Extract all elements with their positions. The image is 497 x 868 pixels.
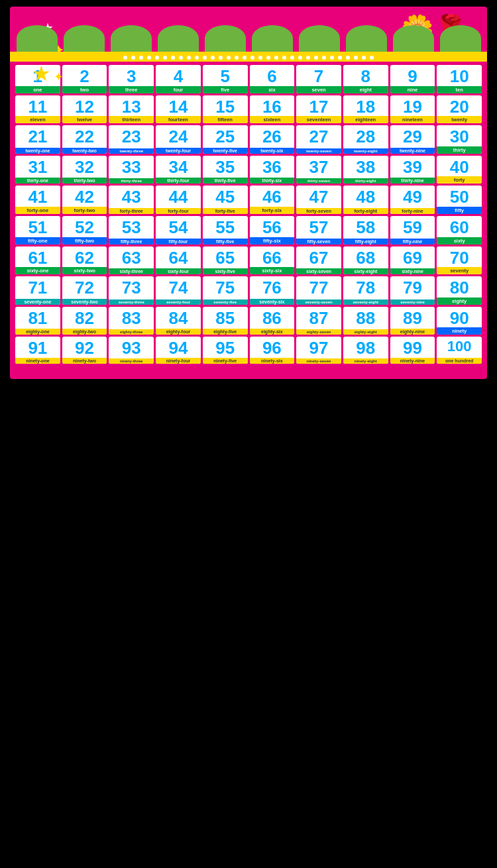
word-62: sixty-two — [62, 267, 107, 274]
cell-21: 21twenty-one — [15, 125, 60, 154]
number-53: 53 — [122, 218, 141, 237]
cell-11: 11eleven — [15, 95, 60, 124]
word-81: eighty-one — [15, 329, 60, 335]
cell-87: 87eighty-seven — [296, 307, 341, 335]
word-14: fourteen — [156, 116, 201, 123]
cell-59: 59fifty-nine — [390, 216, 435, 244]
grid-row-9: 81eighty-one82eighty-two83eighty-three84… — [15, 307, 482, 335]
cell-45: 45forty-five — [203, 186, 248, 214]
number-75: 75 — [215, 278, 235, 298]
word-34: thirty-four — [156, 178, 201, 184]
word-5: five — [203, 86, 248, 93]
cell-40: 40forty — [437, 156, 482, 184]
word-92: ninety-two — [62, 358, 107, 364]
number-98: 98 — [356, 339, 375, 358]
word-76: seventy-six — [250, 299, 295, 305]
number-85: 85 — [215, 309, 235, 328]
word-33: thirty-three — [109, 178, 154, 184]
word-94: ninety-four — [156, 358, 201, 364]
number-69: 69 — [403, 248, 422, 268]
word-25: twenty-five — [203, 148, 248, 154]
cell-70: 70seventy — [437, 246, 482, 275]
word-6: six — [250, 86, 295, 93]
number-57: 57 — [309, 218, 329, 237]
grid-row-8: 71seventy-one72seventy-two73seventy-thre… — [15, 276, 482, 305]
word-73: seventy-three — [109, 299, 154, 305]
number-94: 94 — [169, 339, 188, 358]
number-28: 28 — [356, 127, 375, 146]
cell-24: 24twenty-four — [156, 125, 201, 154]
cell-92: 92ninety-two — [62, 337, 107, 364]
number-38: 38 — [356, 158, 375, 177]
star-gold-big2-icon: ★ — [32, 61, 51, 86]
cell-3: 3three — [109, 65, 154, 93]
cell-4: 4four — [156, 65, 201, 93]
number-25: 25 — [215, 127, 235, 146]
word-90: ninety — [437, 327, 482, 335]
word-56: fifty-six — [250, 237, 295, 244]
number-71: 71 — [28, 278, 47, 298]
word-27: twenty-seven — [296, 148, 341, 154]
number-82: 82 — [75, 309, 94, 328]
number-18: 18 — [356, 97, 375, 117]
number-9: 9 — [408, 67, 417, 86]
number-73: 73 — [122, 278, 141, 298]
page-outer: ★ ★ ✦ ★ ✦ 🌼🌹 — [0, 0, 497, 868]
cell-44: 44forty-four — [156, 186, 201, 214]
number-16: 16 — [262, 97, 282, 117]
cell-23: 23twenty-three — [109, 125, 154, 154]
grid-row-7: 61sixty-one62sixty-two63sixty-three64six… — [15, 246, 482, 275]
cell-13: 13thirteen — [109, 95, 154, 124]
word-28: twenty-eight — [343, 148, 388, 154]
word-18: eighteen — [343, 116, 388, 123]
crown-dots — [123, 56, 374, 60]
cell-73: 73seventy-three — [109, 276, 154, 305]
cell-57: 57fifty-seven — [296, 216, 341, 244]
word-11: eleven — [15, 116, 60, 123]
number-10: 10 — [450, 67, 469, 86]
word-26: twenty-six — [250, 148, 295, 154]
number-86: 86 — [262, 309, 282, 328]
number-68: 68 — [356, 248, 375, 268]
number-11: 11 — [28, 97, 47, 117]
word-45: forty-five — [203, 208, 248, 214]
word-95: ninety-five — [203, 358, 248, 364]
number-4: 4 — [174, 67, 183, 86]
word-55: fifty-five — [203, 239, 248, 244]
word-91: ninety-one — [15, 358, 60, 364]
cell-8: 8eight — [343, 65, 388, 93]
number-63: 63 — [122, 248, 141, 268]
number-80: 80 — [450, 278, 469, 298]
word-24: twenty-four — [156, 148, 201, 154]
cell-36: 36thirty-six — [250, 156, 295, 184]
word-59: fifty-nine — [390, 239, 435, 244]
number-grid: 1one2two3three4four5five6six7seven8eight… — [10, 62, 487, 369]
grid-row-10: 91ninety-one92ninety-two93ninety-three94… — [15, 337, 482, 364]
number-29: 29 — [403, 127, 422, 146]
cell-75: 75seventy-five — [203, 276, 248, 305]
cell-94: 94ninety-four — [156, 337, 201, 364]
number-7: 7 — [314, 67, 323, 86]
cell-60: 60sixty — [437, 216, 482, 244]
word-46: forty-six — [250, 207, 295, 214]
cell-47: 47forty-seven — [296, 186, 341, 214]
bump-4 — [158, 25, 199, 52]
number-15: 15 — [215, 97, 235, 117]
number-47: 47 — [309, 188, 329, 207]
word-43: forty-three — [109, 208, 154, 214]
word-20: twenty — [437, 116, 482, 123]
word-29: twenty-nine — [390, 148, 435, 154]
cell-39: 39thirty-nine — [390, 156, 435, 184]
cell-9: 9nine — [390, 65, 435, 93]
word-82: eighty-two — [62, 329, 107, 335]
word-96: ninety-six — [250, 358, 295, 364]
cell-62: 62sixty-two — [62, 246, 107, 275]
word-8: eight — [343, 86, 388, 93]
cell-84: 84eighty-four — [156, 307, 201, 335]
word-68: sixty-eight — [343, 268, 388, 274]
number-65: 65 — [215, 248, 235, 268]
word-99: ninety-nine — [390, 358, 435, 364]
number-72: 72 — [75, 278, 94, 298]
number-48: 48 — [356, 188, 375, 207]
cell-35: 35thirty-five — [203, 156, 248, 184]
